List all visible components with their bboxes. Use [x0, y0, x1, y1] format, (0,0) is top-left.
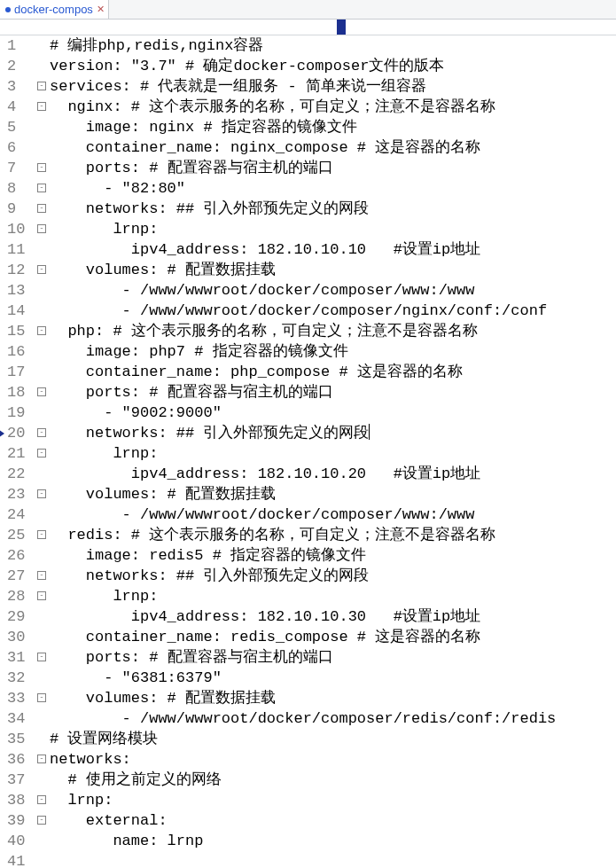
fold-cell[interactable]: - — [37, 566, 50, 586]
code-line[interactable]: - "6381:6379" — [50, 668, 616, 688]
code-line[interactable]: - /www/wwwroot/docker/composer/www:/www — [50, 280, 616, 301]
fold-cell[interactable]: - — [37, 158, 50, 178]
fold-minus-icon[interactable]: - — [37, 795, 46, 804]
fold-minus-icon[interactable]: - — [37, 489, 46, 498]
code-area[interactable]: # 编排php,redis,nginx容器version: "3.7" # 确定… — [50, 35, 616, 868]
code-line[interactable]: image: php7 # 指定容器的镜像文件 — [50, 341, 616, 362]
code-line[interactable]: services: # 代表就是一组服务 - 简单来说一组容器 — [50, 76, 616, 97]
fold-minus-icon[interactable]: - — [37, 571, 46, 580]
fold-cell[interactable]: - — [37, 484, 50, 504]
close-icon[interactable]: ✕ — [97, 4, 105, 15]
fold-cell[interactable] — [37, 301, 50, 321]
editor-tab[interactable]: docker-compos ✕ — [0, 0, 109, 19]
fold-cell[interactable] — [37, 56, 50, 76]
fold-cell[interactable]: - — [37, 97, 50, 117]
code-line[interactable]: container_name: php_compose # 这是容器的名称 — [50, 362, 616, 382]
fold-cell[interactable]: - — [37, 76, 50, 97]
fold-minus-icon[interactable]: - — [37, 693, 46, 702]
fold-minus-icon[interactable]: - — [37, 591, 46, 600]
fold-cell[interactable] — [37, 545, 50, 566]
fold-cell[interactable] — [37, 403, 50, 423]
fold-cell[interactable] — [37, 137, 50, 158]
fold-minus-icon[interactable]: - — [37, 428, 46, 437]
code-line[interactable]: - "9002:9000" — [50, 403, 616, 423]
fold-cell[interactable] — [37, 464, 50, 484]
code-line[interactable]: lrnp: — [50, 586, 616, 606]
fold-cell[interactable]: - — [37, 443, 50, 464]
code-line[interactable]: networks: — [50, 749, 616, 770]
code-line[interactable]: image: redis5 # 指定容器的镜像文件 — [50, 545, 616, 566]
fold-cell[interactable] — [37, 627, 50, 647]
fold-cell[interactable] — [37, 831, 50, 851]
code-line[interactable]: # 编排php,redis,nginx容器 — [50, 35, 616, 56]
fold-minus-icon[interactable]: - — [37, 326, 46, 335]
fold-minus-icon[interactable]: - — [37, 204, 46, 213]
code-line[interactable]: - "82:80" — [50, 178, 616, 199]
code-line[interactable]: lrnp: — [50, 790, 616, 810]
fold-minus-icon[interactable]: - — [37, 82, 46, 90]
code-line[interactable]: ports: # 配置容器与宿主机的端口 — [50, 647, 616, 668]
code-line[interactable]: external: — [50, 810, 616, 831]
fold-cell[interactable] — [37, 341, 50, 362]
fold-minus-icon[interactable]: - — [37, 653, 46, 661]
code-line[interactable]: image: nginx # 指定容器的镜像文件 — [50, 117, 616, 137]
fold-cell[interactable] — [37, 668, 50, 688]
fold-minus-icon[interactable]: - — [37, 265, 46, 274]
code-line[interactable]: - /www/wwwroot/docker/composer/www:/www — [50, 504, 616, 525]
fold-minus-icon[interactable]: - — [37, 184, 46, 192]
fold-cell[interactable]: - — [37, 810, 50, 831]
fold-cell[interactable]: - — [37, 647, 50, 668]
code-line[interactable]: nginx: # 这个表示服务的名称，可自定义；注意不是容器名称 — [50, 97, 616, 117]
fold-minus-icon[interactable]: - — [37, 816, 46, 825]
editor[interactable]: 1234567891011121314151617181920212223242… — [0, 35, 616, 868]
fold-cell[interactable]: - — [37, 423, 50, 443]
code-line[interactable]: ports: # 配置容器与宿主机的端口 — [50, 382, 616, 403]
code-line[interactable]: volumes: # 配置数据挂载 — [50, 688, 616, 708]
code-line[interactable]: version: "3.7" # 确定docker-composer文件的版本 — [50, 56, 616, 76]
fold-cell[interactable]: - — [37, 382, 50, 403]
fold-minus-icon[interactable]: - — [37, 387, 46, 396]
fold-minus-icon[interactable]: - — [37, 163, 46, 172]
code-line[interactable]: - /www/wwwroot/docker/composer/nginx/con… — [50, 301, 616, 321]
fold-cell[interactable] — [37, 280, 50, 301]
code-line[interactable] — [50, 851, 616, 868]
fold-cell[interactable]: - — [37, 586, 50, 606]
code-line[interactable]: ports: # 配置容器与宿主机的端口 — [50, 158, 616, 178]
code-line[interactable]: lrnp: — [50, 443, 616, 464]
fold-cell[interactable] — [37, 35, 50, 56]
fold-minus-icon[interactable]: - — [37, 102, 46, 111]
fold-cell[interactable]: - — [37, 790, 50, 810]
code-line[interactable]: redis: # 这个表示服务的名称，可自定义；注意不是容器名称 — [50, 525, 616, 545]
fold-minus-icon[interactable]: - — [37, 224, 46, 233]
code-line[interactable]: container_name: redis_compose # 这是容器的名称 — [50, 627, 616, 647]
fold-cell[interactable]: - — [37, 178, 50, 199]
fold-cell[interactable]: - — [37, 199, 50, 219]
fold-cell[interactable] — [37, 708, 50, 729]
code-line[interactable]: ipv4_address: 182.10.10.10 #设置ip地址 — [50, 239, 616, 260]
fold-cell[interactable]: - — [37, 749, 50, 770]
code-line[interactable]: volumes: # 配置数据挂载 — [50, 260, 616, 280]
code-line[interactable]: container_name: nginx_compose # 这是容器的名称 — [50, 137, 616, 158]
code-line[interactable]: # 使用之前定义的网络 — [50, 770, 616, 790]
fold-cell[interactable]: - — [37, 525, 50, 545]
fold-cell[interactable] — [37, 729, 50, 749]
fold-cell[interactable] — [37, 117, 50, 137]
fold-cell[interactable]: - — [37, 321, 50, 341]
code-line[interactable]: networks: ## 引入外部预先定义的网段 — [50, 423, 616, 443]
code-line[interactable]: networks: ## 引入外部预先定义的网段 — [50, 566, 616, 586]
fold-cell[interactable]: - — [37, 219, 50, 239]
code-line[interactable]: - /www/wwwroot/docker/composer/redis/con… — [50, 708, 616, 729]
fold-cell[interactable] — [37, 362, 50, 382]
code-line[interactable]: php: # 这个表示服务的名称，可自定义；注意不是容器名称 — [50, 321, 616, 341]
fold-minus-icon[interactable]: - — [37, 449, 46, 457]
code-line[interactable]: ipv4_address: 182.10.10.30 #设置ip地址 — [50, 606, 616, 627]
fold-cell[interactable]: - — [37, 260, 50, 280]
code-line[interactable]: networks: ## 引入外部预先定义的网段 — [50, 199, 616, 219]
fold-minus-icon[interactable]: - — [37, 755, 46, 763]
fold-cell[interactable] — [37, 770, 50, 790]
fold-cell[interactable]: - — [37, 688, 50, 708]
fold-cell[interactable] — [37, 504, 50, 525]
fold-cell[interactable] — [37, 851, 50, 868]
code-line[interactable]: ipv4_address: 182.10.10.20 #设置ip地址 — [50, 464, 616, 484]
code-line[interactable]: # 设置网络模块 — [50, 729, 616, 749]
